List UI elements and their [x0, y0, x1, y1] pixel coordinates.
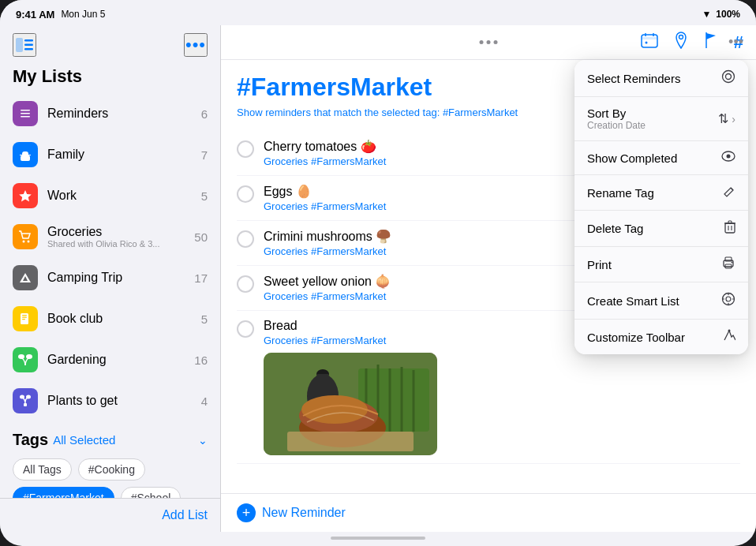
tags-selected[interactable]: All Selected [53, 433, 115, 447]
list-count-reminders: 6 [201, 107, 208, 121]
svg-rect-46 [287, 432, 414, 451]
svg-point-12 [23, 241, 25, 243]
sidebar-footer: Add List [0, 498, 220, 532]
svg-rect-5 [21, 113, 30, 114]
list-item-reminders[interactable]: Reminders 6 [6, 93, 214, 134]
svg-rect-17 [22, 315, 27, 316]
list-name-plants: Plants to get [47, 394, 192, 408]
menu-item-select[interactable]: Select Reminders [574, 60, 748, 97]
flag-toolbar-button[interactable] [704, 32, 718, 53]
list-count-groceries: 50 [194, 230, 208, 244]
svg-point-13 [28, 241, 30, 243]
svg-point-24 [26, 395, 31, 399]
menu-item-toolbar[interactable]: Customize Toolbar [574, 320, 748, 354]
tags-chevron-icon[interactable]: ⌄ [198, 434, 208, 447]
menu-icon-sort: ⇅ [718, 111, 728, 126]
svg-rect-1 [24, 39, 33, 42]
list-name-work: Work [47, 189, 192, 203]
menu-icon-print [721, 256, 735, 272]
camping-icon [13, 265, 38, 290]
menu-icon-select [721, 69, 735, 87]
reminder-checkbox-4[interactable] [237, 275, 254, 293]
menu-item-delete[interactable]: Delete Tag [574, 211, 748, 247]
menu-item-completed[interactable]: Show Completed [574, 141, 748, 175]
ipad-frame: 9:41 AM Mon Jun 5 ▼ 100% ••• [0, 0, 756, 546]
sidebar: ••• My Lists Reminders 6 [0, 25, 221, 532]
svg-point-62 [726, 297, 731, 301]
menu-item-rename[interactable]: Rename Tag [574, 175, 748, 211]
menu-arrow-sort: › [732, 113, 735, 125]
list-item-plants[interactable]: Plants to get 4 [6, 380, 214, 421]
sidebar-toggle-button[interactable] [13, 33, 36, 57]
list-item-bookclub[interactable]: Book club 5 [6, 298, 214, 339]
reminder-checkbox-3[interactable] [237, 230, 254, 248]
svg-rect-6 [21, 116, 30, 118]
svg-rect-2 [24, 44, 33, 47]
list-item-gardening[interactable]: Gardening 16 [6, 339, 214, 380]
list-count-work: 5 [201, 189, 208, 203]
svg-rect-54 [728, 221, 732, 223]
tag-chips: All Tags #Cooking #FarmersMarket #School… [6, 455, 214, 498]
new-reminder-label: New Reminder [262, 506, 346, 520]
list-item-camping[interactable]: Camping Trip 17 [6, 257, 214, 298]
menu-label-smartlist: Create Smart List [587, 294, 679, 308]
reminder-checkbox-1[interactable] [237, 140, 254, 158]
list-name-gardening: Gardening [47, 353, 185, 367]
menu-label-completed: Show Completed [587, 151, 677, 165]
menu-label-delete: Delete Tag [587, 222, 643, 235]
sidebar-header: ••• [0, 25, 220, 63]
menu-icon-smartlist [721, 292, 735, 309]
svg-point-50 [727, 155, 731, 159]
sidebar-scroll: My Lists Reminders 6 [0, 63, 220, 498]
svg-line-51 [731, 188, 733, 190]
menu-label-print: Print [587, 258, 612, 271]
new-reminder-plus-icon: + [237, 503, 256, 522]
gardening-icon [13, 347, 38, 372]
reminder-checkbox-2[interactable] [237, 185, 254, 203]
menu-icon-rename [723, 185, 735, 200]
list-item-groceries[interactable]: Groceries Shared with Olivia Rico & 3...… [6, 216, 214, 257]
reminder-checkbox-5[interactable] [237, 320, 254, 338]
tag-chip-farmers[interactable]: #FarmersMarket [13, 487, 114, 498]
svg-rect-10 [27, 155, 31, 155]
menu-label-toolbar: Customize Toolbar [587, 331, 685, 344]
tag-chip-all[interactable]: All Tags [13, 458, 72, 481]
list-name-family: Family [47, 148, 192, 162]
list-item-family[interactable]: Family 7 [6, 134, 214, 175]
home-indicator [331, 537, 425, 540]
work-icon [13, 183, 38, 208]
menu-icon-toolbar [723, 329, 735, 345]
menu-label-select: Select Reminders [587, 72, 680, 85]
list-count-camping: 17 [194, 271, 208, 285]
location-toolbar-button[interactable] [674, 32, 688, 53]
toolbar-dots [480, 40, 498, 44]
svg-rect-3 [24, 48, 33, 50]
main-content: ••• My Lists Reminders 6 [0, 25, 756, 532]
new-reminder-button[interactable]: + New Reminder [237, 503, 346, 522]
svg-rect-22 [24, 403, 27, 406]
menu-icon-delete [724, 220, 735, 237]
svg-point-48 [726, 74, 732, 80]
status-time: 9:41 AM [16, 9, 54, 21]
add-list-button[interactable]: Add List [162, 508, 208, 522]
tag-chip-cooking[interactable]: #Cooking [78, 458, 145, 481]
menu-item-smartlist[interactable]: Create Smart List [574, 282, 748, 320]
menu-item-sort[interactable]: Sort By Creation Date ⇅ › [574, 97, 748, 141]
tags-header: Tags All Selected ⌄ [6, 421, 214, 455]
context-menu: Select Reminders Sort By Creation Date ⇅… [574, 60, 748, 354]
status-bar: 9:41 AM Mon Jun 5 ▼ 100% [0, 0, 756, 25]
sidebar-more-button[interactable]: ••• [184, 33, 208, 57]
svg-point-23 [20, 395, 24, 399]
svg-rect-8 [22, 151, 28, 156]
list-count-family: 7 [201, 148, 208, 162]
more-options-button[interactable]: ••• [728, 34, 743, 50]
tag-chip-school[interactable]: #School [121, 487, 182, 498]
calendar-toolbar-button[interactable] [641, 32, 658, 53]
svg-rect-7 [21, 155, 30, 161]
list-item-work[interactable]: Work 5 [6, 175, 214, 216]
menu-item-print[interactable]: Print [574, 247, 748, 282]
svg-rect-0 [16, 38, 23, 52]
list-count-bookclub: 5 [201, 312, 208, 326]
my-lists-title: My Lists [6, 63, 214, 93]
menu-label-rename: Rename Tag [587, 186, 654, 200]
